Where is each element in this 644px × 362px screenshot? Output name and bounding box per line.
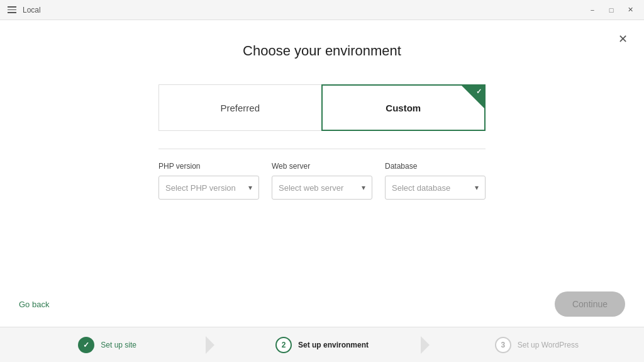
step-2-circle: 2 xyxy=(275,337,292,353)
web-server-label: Web server xyxy=(272,162,372,171)
custom-label: Custom xyxy=(386,103,421,113)
main-window: Local − □ ✕ ✕ Choose your environment Pr… xyxy=(0,0,644,362)
divider xyxy=(158,149,486,149)
web-server-select[interactable]: Select web server ▾ xyxy=(272,176,372,200)
step-2-number: 2 xyxy=(282,341,286,349)
step-2-label: Set up environment xyxy=(298,341,369,349)
step-3-label: Set up WordPress xyxy=(518,341,579,349)
php-version-group: PHP version Select PHP version ▾ xyxy=(158,162,259,200)
php-version-placeholder: Select PHP version xyxy=(165,183,236,193)
php-version-chevron-icon: ▾ xyxy=(248,183,252,192)
web-server-chevron-icon: ▾ xyxy=(362,183,365,192)
step-3-circle: 3 xyxy=(495,337,511,353)
php-version-select[interactable]: Select PHP version ▾ xyxy=(158,176,259,200)
dialog-body: Preferred ✓ Custom PHP version Select PH… xyxy=(0,72,644,281)
maximize-button[interactable]: □ xyxy=(602,3,620,17)
window-close-button[interactable]: ✕ xyxy=(621,3,639,17)
preferred-option[interactable]: Preferred xyxy=(158,84,321,131)
php-version-label: PHP version xyxy=(158,162,259,171)
dialog-title: Choose your environment xyxy=(25,43,619,59)
go-back-button[interactable]: Go back xyxy=(19,300,49,309)
dialog-header: Choose your environment xyxy=(0,20,644,72)
dialog-close-button[interactable]: ✕ xyxy=(614,30,631,48)
hamburger-icon[interactable] xyxy=(8,6,16,13)
web-server-placeholder: Select web server xyxy=(279,183,343,193)
database-group: Database Select database ▾ xyxy=(385,162,486,200)
step-1-circle: ✓ xyxy=(78,337,94,353)
check-icon: ✓ xyxy=(476,88,482,96)
titlebar-controls: − □ ✕ xyxy=(584,3,639,17)
database-label: Database xyxy=(385,162,486,171)
step-2: 2 Set up environment xyxy=(214,337,429,353)
database-chevron-icon: ▾ xyxy=(475,183,479,192)
step-3-number: 3 xyxy=(501,341,505,349)
preferred-label: Preferred xyxy=(220,103,260,113)
custom-option[interactable]: ✓ Custom xyxy=(321,84,486,131)
fields-row: PHP version Select PHP version ▾ Web ser… xyxy=(158,162,486,200)
titlebar-left: Local xyxy=(8,6,41,14)
dialog: ✕ Choose your environment Preferred ✓ Cu… xyxy=(0,20,644,327)
step-1-label: Set up site xyxy=(101,341,136,349)
web-server-group: Web server Select web server ▾ xyxy=(272,162,372,200)
database-placeholder: Select database xyxy=(392,183,450,193)
app-title: Local xyxy=(23,6,41,14)
step-1-number: ✓ xyxy=(83,341,89,349)
dialog-footer: Go back Continue xyxy=(0,281,644,327)
continue-button[interactable]: Continue xyxy=(555,291,625,317)
titlebar: Local − □ ✕ xyxy=(0,0,644,20)
stepper: ✓ Set up site 2 Set up environment 3 Set… xyxy=(0,327,644,362)
minimize-button[interactable]: − xyxy=(584,3,601,17)
database-select[interactable]: Select database ▾ xyxy=(385,176,486,200)
step-3: 3 Set up WordPress xyxy=(430,337,644,353)
environment-options: Preferred ✓ Custom xyxy=(158,84,486,131)
step-1: ✓ Set up site xyxy=(0,337,214,353)
